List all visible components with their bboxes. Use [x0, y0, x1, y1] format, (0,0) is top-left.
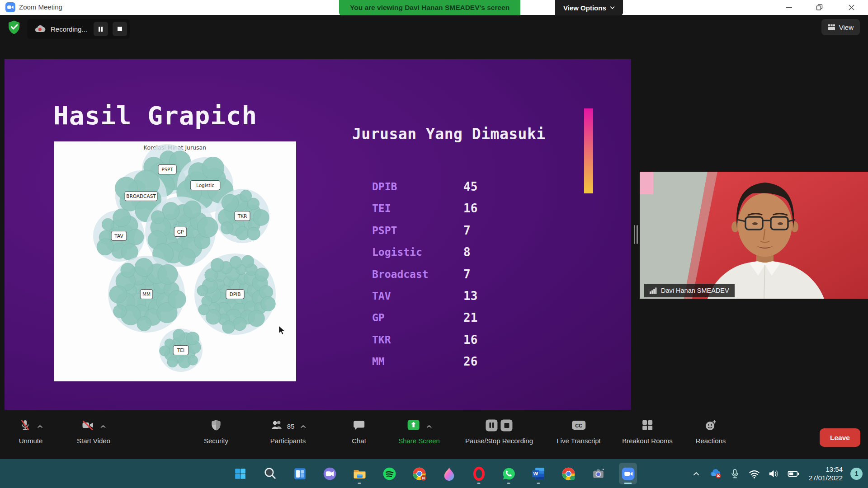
cluster-label: Logistic: [196, 183, 214, 188]
toolbar-label: Security: [204, 437, 228, 445]
system-clock[interactable]: 13:54 27/01/2022: [809, 465, 843, 482]
toolbar-item-unmute[interactable]: Unmute: [19, 416, 43, 445]
webcam-video-frame: [640, 172, 868, 299]
chevron-up-icon[interactable]: [100, 422, 106, 430]
cluster-label: MM: [142, 291, 151, 297]
recording-pause-button[interactable]: [94, 22, 108, 36]
row-value: 8: [463, 245, 471, 259]
row-label: PSPT: [372, 225, 463, 236]
camera-muted-icon: [81, 419, 94, 433]
taskbar-search-icon[interactable]: [261, 463, 279, 484]
toolbar-label: Unmute: [19, 437, 43, 445]
shared-screen-slide: Hasil Grapich Korelasi Minat JurusanPSPT…: [5, 59, 631, 410]
maximize-button[interactable]: [809, 0, 830, 15]
row-value: 21: [463, 311, 477, 324]
slide-row-gp: GP21: [372, 309, 562, 326]
slide-row-tei: TEI16: [372, 200, 562, 217]
taskbar-whatsapp-icon[interactable]: [500, 463, 518, 484]
cluster-label: TEI: [177, 347, 184, 353]
zoom-app-icon: [5, 2, 15, 12]
bubble-chart: Korelasi Minat JurusanPSPTLogisticBROADC…: [54, 141, 296, 381]
close-button[interactable]: [841, 0, 862, 15]
taskbar-file-explorer-icon[interactable]: [350, 463, 368, 484]
leave-button[interactable]: Leave: [820, 428, 860, 447]
clock-time: 13:54: [809, 465, 843, 474]
wifi-icon[interactable]: [748, 467, 761, 480]
cluster-label: TAV: [114, 233, 123, 239]
taskbar-start-icon[interactable]: [231, 463, 249, 484]
view-options-button[interactable]: View Options: [555, 0, 623, 15]
reactions-icon: [704, 419, 717, 433]
chat-icon: [353, 419, 365, 433]
svg-text:CC: CC: [575, 423, 582, 428]
toolbar-item-chat[interactable]: Chat: [352, 416, 366, 445]
row-label: Logistic: [372, 246, 463, 258]
toolbar-label: Breakout Rooms: [622, 437, 673, 445]
toolbar-item-pause-stop-recording[interactable]: Pause/Stop Recording: [465, 416, 533, 445]
minimize-button[interactable]: [778, 0, 799, 15]
cluster-label: DPIB: [230, 291, 241, 297]
toolbar-item-start-video[interactable]: Start Video: [77, 416, 110, 445]
bubble-chart-panel: Korelasi Minat JurusanPSPTLogisticBROADC…: [54, 141, 296, 381]
toolbar-item-share-screen[interactable]: Share Screen: [398, 416, 440, 445]
encryption-shield-icon[interactable]: [7, 20, 21, 37]
battery-icon[interactable]: [787, 467, 800, 480]
row-value: 7: [463, 224, 471, 237]
participant-video[interactable]: Davi Hanan SMEADEV: [640, 172, 868, 299]
clock-date: 27/01/2022: [809, 474, 843, 482]
taskbar-chrome-icon[interactable]: [559, 463, 577, 484]
toolbar-label: Chat: [352, 437, 366, 445]
taskbar-spotify-icon[interactable]: [380, 463, 398, 484]
toolbar-item-reactions[interactable]: Reactions: [696, 416, 726, 445]
microphone-active-icon[interactable]: [728, 467, 742, 480]
row-value: 16: [463, 333, 477, 347]
taskbar-paint-icon[interactable]: [440, 463, 458, 484]
toolbar-item-breakout-rooms[interactable]: Breakout Rooms: [622, 416, 673, 445]
taskbar-chrome-notification-icon[interactable]: N: [410, 463, 428, 484]
row-value: 16: [463, 202, 477, 215]
row-value: 26: [463, 355, 477, 368]
cluster-label: GP: [177, 229, 184, 235]
row-value: 13: [463, 289, 477, 303]
taskbar-meet-icon[interactable]: [321, 463, 339, 484]
taskbar-zoom-icon[interactable]: [619, 463, 637, 484]
toolbar-label: Participants: [270, 437, 306, 445]
signal-bars-icon: [650, 287, 657, 294]
slide-list-title: Jurusan Yang Dimasuki: [352, 125, 546, 143]
row-label: GP: [372, 312, 463, 324]
taskbar-camera-icon[interactable]: [589, 463, 607, 484]
chevron-down-icon: [610, 6, 615, 9]
toolbar-item-security[interactable]: Security: [204, 416, 228, 445]
taskbar-widgets-icon[interactable]: [291, 463, 309, 484]
row-label: TEI: [372, 202, 463, 214]
toolbar-label: Reactions: [696, 437, 726, 445]
record-controls-icon: [485, 419, 513, 433]
slide-row-tav: TAV13: [372, 287, 562, 305]
tray-expand-icon[interactable]: [689, 467, 703, 480]
taskbar-word-icon[interactable]: W: [529, 463, 547, 484]
view-button[interactable]: View: [821, 19, 860, 35]
cluster-label: PSPT: [161, 167, 173, 172]
slide-row-broadcast: Broadcast7: [372, 266, 562, 283]
share-banner-text: You are viewing Davi Hanan SMEADEV's scr…: [350, 4, 509, 12]
zoom-meeting-window: Zoom Meeting You are viewing Davi Hanan …: [0, 0, 868, 488]
shield-icon: [210, 419, 222, 433]
recording-label: Recording...: [51, 25, 87, 33]
taskbar-opera-icon[interactable]: [470, 463, 488, 484]
panel-drag-handle[interactable]: [634, 225, 638, 244]
cloud-recording-icon: [33, 23, 46, 35]
gallery-view-icon: [828, 24, 835, 31]
chevron-up-icon[interactable]: [38, 422, 43, 430]
volume-icon[interactable]: [767, 467, 781, 480]
notification-badge[interactable]: 1: [850, 468, 863, 480]
svg-text:W: W: [533, 471, 538, 476]
toolbar-item-participants[interactable]: 85Participants: [270, 416, 306, 445]
recording-stop-button[interactable]: [113, 22, 127, 36]
chevron-up-icon[interactable]: [426, 422, 432, 430]
onedrive-error-icon[interactable]: [709, 467, 722, 480]
meeting-area: Recording... View Hasil Grapich Korelasi…: [0, 15, 868, 459]
chevron-up-icon[interactable]: [300, 422, 306, 430]
slide-row-logistic: Logistic8: [372, 244, 562, 261]
row-value: 7: [463, 267, 471, 281]
toolbar-item-live-transcript[interactable]: CCLive Transcript: [557, 416, 601, 445]
